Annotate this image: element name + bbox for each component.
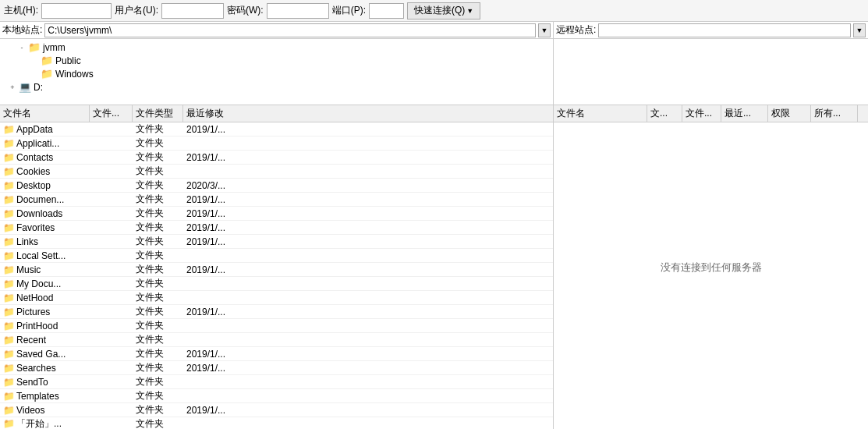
file-type-icon: 📁	[3, 349, 15, 360]
file-type-icon: 📁	[3, 222, 15, 233]
local-address-bar: 本地站点: ▼	[0, 22, 553, 39]
local-file-row[interactable]: 📁Cookies文件夹	[0, 165, 553, 179]
local-file-row[interactable]: 📁Applicati...文件夹	[0, 136, 553, 151]
tree-toggle-icon: +	[6, 83, 19, 91]
file-name-cell: 📁Music	[0, 264, 90, 275]
local-file-row[interactable]: 📁Searches文件夹2019/1/...	[0, 361, 553, 375]
file-name-cell: 📁Downloads	[0, 208, 90, 219]
local-file-row[interactable]: 📁SendTo文件夹	[0, 375, 553, 389]
remote-address-input[interactable]	[598, 23, 851, 37]
file-name-cell: 📁Applicati...	[0, 138, 90, 149]
local-col-header-name[interactable]: 文件名	[0, 105, 90, 122]
local-file-row[interactable]: 📁Pictures文件夹2019/1/...	[0, 305, 553, 319]
tree-item[interactable]: 📁Windows	[0, 67, 553, 80]
tree-item[interactable]: -📁jvmm	[0, 41, 553, 54]
host-input[interactable]	[41, 3, 112, 19]
remote-address-dropdown[interactable]: ▼	[853, 23, 866, 37]
remote-col-header-type[interactable]: 文件...	[682, 105, 721, 122]
file-name-cell: 📁SendTo	[0, 377, 90, 388]
pass-input[interactable]	[267, 3, 329, 19]
local-file-row[interactable]: 📁NetHood文件夹	[0, 291, 553, 305]
file-date-cell: 2019/1/...	[183, 194, 253, 205]
file-date-cell: 2019/1/...	[183, 349, 253, 360]
tree-item-label: D:	[34, 82, 43, 93]
file-date-cell: 2019/1/...	[183, 363, 253, 374]
local-file-row[interactable]: 📁Links文件夹2019/1/...	[0, 235, 553, 249]
local-file-list[interactable]: 文件名文件...文件类型最近修改 📁AppData文件夹2019/1/...📁A…	[0, 105, 553, 429]
local-tree[interactable]: -📁jvmm📁Public📁Windows+💻D:	[0, 39, 553, 105]
local-address-dropdown[interactable]: ▼	[538, 23, 551, 37]
file-name-cell: 📁Videos	[0, 405, 90, 416]
file-date-cell: 2019/1/...	[183, 222, 253, 233]
tree-item[interactable]: +💻D:	[0, 80, 553, 94]
file-type-cell: 文件夹	[133, 305, 183, 318]
local-col-headers: 文件名文件...文件类型最近修改	[0, 105, 553, 122]
local-file-row[interactable]: 📁Music文件夹2019/1/...	[0, 263, 553, 277]
remote-col-header-owner[interactable]: 所有...	[811, 105, 858, 122]
local-address-input[interactable]	[44, 23, 536, 37]
local-file-row[interactable]: 📁Documen...文件夹2019/1/...	[0, 193, 553, 207]
file-name-cell: 📁Links	[0, 236, 90, 247]
file-type-cell: 文件夹	[133, 136, 183, 150]
file-type-cell: 文件夹	[133, 151, 183, 164]
local-file-row[interactable]: 📁My Docu...文件夹	[0, 277, 553, 291]
folder-icon: 📁	[41, 68, 53, 80]
file-type-cell: 文件夹	[133, 193, 183, 206]
port-label: 端口(P):	[332, 4, 366, 17]
file-type-icon: 📁	[3, 335, 15, 346]
local-file-row[interactable]: 📁Downloads文件夹2019/1/...	[0, 207, 553, 221]
local-file-row[interactable]: 📁Saved Ga...文件夹2019/1/...	[0, 347, 553, 361]
tree-item-label: jvmm	[43, 42, 66, 53]
local-col-header-size[interactable]: 文件...	[90, 105, 133, 122]
host-label: 主机(H):	[4, 4, 38, 17]
local-file-row[interactable]: 📁「开始」...文件夹	[0, 417, 553, 429]
file-name-cell: 📁Templates	[0, 391, 90, 402]
file-type-icon: 📁	[3, 292, 15, 303]
file-type-cell: 文件夹	[133, 122, 183, 136]
local-file-row[interactable]: 📁Templates文件夹	[0, 389, 553, 403]
file-type-icon: 📁	[3, 264, 15, 275]
remote-col-header-name[interactable]: 文件名	[554, 105, 647, 122]
file-type-cell: 文件夹	[133, 221, 183, 234]
tree-toggle-icon: -	[16, 44, 28, 51]
remote-address-bar: 远程站点: ▼	[554, 22, 868, 39]
file-type-icon: 📁	[3, 278, 15, 289]
file-type-cell: 文件夹	[133, 403, 183, 417]
file-name-cell: 📁Searches	[0, 363, 90, 374]
local-col-header-type[interactable]: 文件类型	[133, 105, 183, 122]
local-file-row[interactable]: 📁AppData文件夹2019/1/...	[0, 122, 553, 136]
file-name-cell: 📁Saved Ga...	[0, 349, 90, 360]
quick-connect-button[interactable]: 快速连接(Q) ▼	[407, 2, 480, 20]
main-area: 本地站点: ▼ -📁jvmm📁Public📁Windows+💻D: 文件名文件.…	[0, 22, 868, 429]
file-type-cell: 文件夹	[133, 235, 183, 248]
dropdown-arrow-icon: ▼	[466, 7, 473, 15]
local-file-row[interactable]: 📁Contacts文件夹2019/1/...	[0, 151, 553, 165]
file-type-icon: 📁	[3, 138, 15, 149]
local-file-row[interactable]: 📁Favorites文件夹2019/1/...	[0, 221, 553, 235]
remote-col-header-perm[interactable]: 权限	[768, 105, 811, 122]
local-file-row[interactable]: 📁Desktop文件夹2020/3/...	[0, 179, 553, 193]
file-type-icon: 📁	[3, 307, 15, 317]
user-input[interactable]	[161, 3, 224, 19]
folder-icon: 📁	[41, 55, 53, 66]
local-file-row[interactable]: 📁Videos文件夹2019/1/...	[0, 403, 553, 417]
remote-col-header-date[interactable]: 最近...	[721, 105, 768, 122]
folder-icon: 💻	[19, 81, 31, 93]
file-name-cell: 📁Cookies	[0, 166, 90, 177]
toolbar: 主机(H): 用户名(U): 密码(W): 端口(P): 快速连接(Q) ▼	[0, 0, 868, 22]
local-file-row[interactable]: 📁Local Sett...文件夹	[0, 249, 553, 263]
local-file-row[interactable]: 📁PrintHood文件夹	[0, 319, 553, 333]
local-col-header-date[interactable]: 最近修改	[183, 105, 253, 122]
file-type-cell: 文件夹	[133, 319, 183, 332]
file-type-cell: 文件夹	[133, 277, 183, 290]
file-date-cell: 2019/1/...	[183, 236, 253, 247]
local-file-row[interactable]: 📁Recent文件夹	[0, 333, 553, 347]
file-date-cell: 2019/1/...	[183, 152, 253, 163]
file-type-cell: 文件夹	[133, 375, 183, 388]
port-input[interactable]	[369, 3, 404, 19]
file-type-cell: 文件夹	[133, 291, 183, 304]
remote-col-header-size[interactable]: 文...	[647, 105, 682, 122]
file-type-icon: 📁	[3, 391, 15, 402]
remote-col-headers: 文件名文...文件...最近...权限所有...	[554, 105, 868, 122]
tree-item[interactable]: 📁Public	[0, 54, 553, 67]
